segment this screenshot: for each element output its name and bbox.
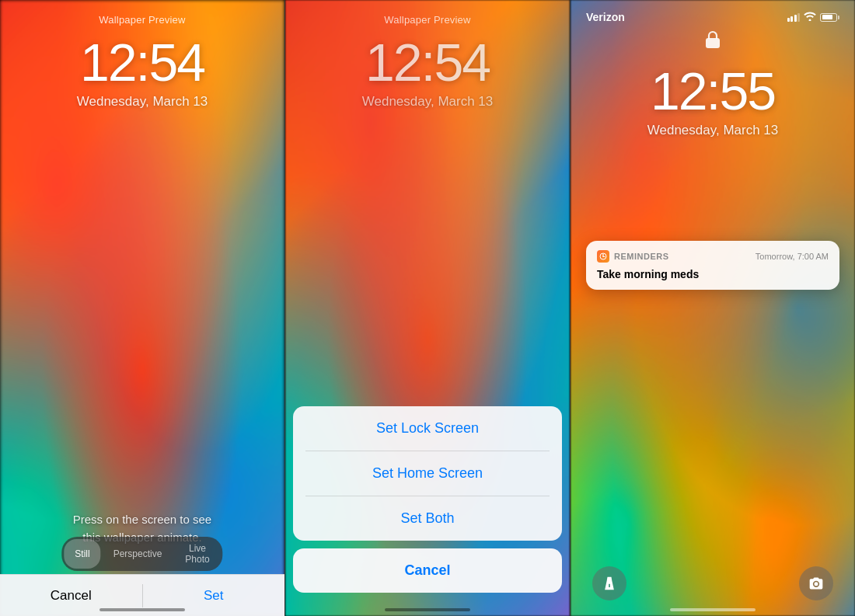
set-home-screen-button[interactable]: Set Home Screen	[293, 451, 562, 496]
bottom-actions	[571, 566, 855, 600]
home-indicator-3	[670, 608, 756, 611]
lock-time-1: 12:54	[0, 32, 284, 92]
panel-3-lock-screen: Verizon	[570, 0, 855, 616]
notification-app-name: REMINDERS	[614, 252, 751, 261]
action-sheet-cancel-button[interactable]: Cancel	[293, 548, 562, 593]
set-lock-screen-button[interactable]: Set Lock Screen	[293, 406, 562, 451]
lock-icon-wrap	[571, 28, 855, 54]
svg-rect-0	[706, 38, 720, 48]
camera-icon	[808, 576, 824, 591]
toggle-still[interactable]: Still	[64, 539, 100, 569]
toggle-perspective[interactable]: Perspective	[103, 539, 173, 569]
wallpaper-preview-label-2: Wallpaper Preview	[285, 14, 570, 26]
action-sheet-group: Set Lock Screen Set Home Screen Set Both	[293, 406, 562, 541]
flashlight-button[interactable]	[592, 566, 626, 600]
wifi-icon	[804, 11, 816, 23]
flashlight-icon	[602, 576, 617, 591]
lock-date-2: Wednesday, March 13	[285, 94, 570, 110]
camera-button[interactable]	[799, 566, 833, 600]
carrier-label: Verizon	[586, 11, 625, 23]
home-indicator-1	[99, 608, 185, 611]
lock-date-3: Wednesday, March 13	[571, 123, 855, 138]
set-button-1[interactable]: Set	[143, 579, 285, 613]
notification-time: Tomorrow, 7:00 AM	[756, 252, 829, 261]
notification-title: Take morning meds	[597, 268, 829, 280]
notification-header: REMINDERS Tomorrow, 7:00 AM	[597, 250, 829, 263]
notification-card: REMINDERS Tomorrow, 7:00 AM Take morning…	[586, 241, 839, 290]
wallpaper-preview-label-1: Wallpaper Preview	[0, 14, 284, 26]
lock-icon	[703, 28, 723, 51]
wallpaper-toggle-bar: Still Perspective Live Photo	[61, 537, 222, 571]
cancel-button-1[interactable]: Cancel	[0, 579, 142, 613]
panel-1-wallpaper-preview: Wallpaper Preview 12:54 Wednesday, March…	[0, 0, 284, 616]
lock-time-3: 12:55	[571, 61, 855, 121]
status-icons	[787, 11, 840, 23]
reminders-app-icon	[597, 250, 609, 263]
panel-2-action-sheet: Wallpaper Preview 12:54 Wednesday, March…	[284, 0, 570, 616]
battery-icon	[820, 13, 839, 22]
action-sheet-overlay: Set Lock Screen Set Home Screen Set Both…	[285, 406, 570, 616]
lock-date-1: Wednesday, March 13	[0, 94, 284, 110]
lock-time-2: 12:54	[285, 32, 570, 92]
status-bar: Verizon	[571, 0, 855, 26]
toggle-live-photo[interactable]: Live Photo	[174, 539, 220, 569]
set-both-button[interactable]: Set Both	[293, 496, 562, 541]
signal-icon	[787, 13, 801, 22]
